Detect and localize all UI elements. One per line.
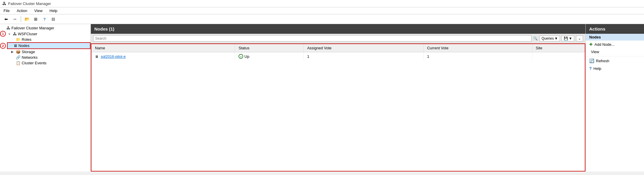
col-assigned-vote: Assigned Vote [304, 44, 423, 52]
search-icon: 🔍 [533, 36, 538, 41]
annotation-1: 1 [0, 31, 6, 37]
action-add-node[interactable]: ✚ Add Node... [586, 41, 644, 48]
open-folder-button[interactable]: 📂 [23, 16, 31, 23]
actions-section-nodes: Nodes [586, 34, 644, 41]
nodes-title: Nodes (1) [94, 26, 114, 31]
actions-section-label: Nodes [589, 35, 601, 39]
table-row[interactable]: 🖥 sql2016-pilot-e Up 1 1 [91, 52, 585, 61]
forward-button[interactable]: ➡ [11, 16, 19, 23]
tree-label-roles: Roles [22, 37, 31, 42]
table-header-row: Name Status Assigned Vote Current Vote S… [91, 44, 585, 52]
chevron-wsf: ∨ [8, 32, 12, 36]
tree-item-cluster-events[interactable]: 📋 Cluster Events [0, 60, 91, 66]
cell-assigned-vote: 1 [304, 52, 423, 61]
view-label: View [591, 50, 599, 54]
action-help[interactable]: ? Help [586, 65, 644, 72]
add-node-label: Add Node... [594, 42, 615, 47]
tree-label-storage: Storage [22, 50, 35, 54]
grid-view-button[interactable]: ⊞ [32, 16, 40, 23]
expand-icon: ⌄ [578, 36, 581, 41]
tree-label-nodes: Nodes [18, 43, 30, 48]
status-up-container: Up [238, 54, 300, 59]
cell-site [532, 52, 585, 61]
details-view-button[interactable]: ⊟ [50, 16, 57, 23]
search-input[interactable] [93, 35, 531, 42]
tree-panel: 🖧 Failover Cluster Manager 1 ∨ 🖧 WSFClus… [0, 24, 91, 171]
data-table: Name Status Assigned Vote Current Vote S… [91, 44, 585, 60]
tree-label-root: Failover Cluster Manager [11, 26, 54, 30]
node-name-link[interactable]: sql2016-pilot-e [101, 54, 126, 59]
storage-icon: 📦 [16, 50, 21, 54]
app-icon: 🖧 [2, 1, 6, 6]
col-current-vote: Current Vote [423, 44, 532, 52]
action-view[interactable]: View [586, 48, 644, 55]
grid-icon-root: 🖧 [6, 26, 10, 30]
chevron-storage: ▶ [11, 50, 15, 54]
center-panel: Nodes (1) 🔍 Queries ▼ 💾 ▼ ⌄ 3 [91, 24, 585, 171]
toolbar-separator-1 [21, 16, 21, 22]
menu-view[interactable]: View [33, 8, 44, 14]
table-wrapper: 3 Name Status Assigned Vote Current Vote… [91, 43, 585, 171]
queries-button[interactable]: Queries ▼ [539, 36, 560, 41]
save-icon: 💾 [564, 36, 568, 41]
status-icon [238, 54, 243, 59]
menu-file[interactable]: File [2, 8, 11, 14]
help-icon: ? [589, 66, 592, 71]
add-node-icon: ✚ [589, 42, 593, 47]
actions-header: Actions [586, 24, 644, 34]
menu-help[interactable]: Help [48, 8, 59, 14]
tree-item-wsf[interactable]: ∨ 🖧 WSFCluser [7, 31, 91, 37]
action-divider [586, 56, 644, 56]
col-status: Status [235, 44, 304, 52]
cell-current-vote: 1 [423, 52, 532, 61]
tree-item-networks[interactable]: 🔗 Networks [0, 55, 91, 60]
wsf-icon: 🖧 [13, 32, 17, 36]
tree-item-nodes[interactable]: 🖥 Nodes [7, 42, 91, 49]
help-label: Help [594, 66, 602, 71]
node-icon: 🖥 [95, 55, 98, 59]
back-button[interactable]: ⬅ [2, 16, 10, 23]
col-site: Site [532, 44, 585, 52]
menu-action[interactable]: Action [16, 8, 28, 14]
nodes-icon: 🖥 [13, 43, 17, 48]
main-layout: 🖧 Failover Cluster Manager 1 ∨ 🖧 WSFClus… [0, 24, 644, 171]
col-name: Name [91, 44, 235, 52]
actions-panel: Actions Nodes ✚ Add Node... View 🔄 Refre… [585, 24, 644, 171]
cell-status: Up [235, 52, 304, 61]
search-bar: 🔍 Queries ▼ 💾 ▼ ⌄ [91, 34, 585, 43]
help-button[interactable]: ? [41, 16, 48, 23]
save-button[interactable]: 💾 ▼ [562, 36, 574, 41]
tree-label-events: Cluster Events [22, 61, 47, 65]
queries-label: Queries [541, 36, 554, 41]
cell-name[interactable]: 🖥 sql2016-pilot-e [91, 52, 235, 61]
status-text: Up [244, 54, 249, 59]
nodes-header: Nodes (1) [91, 24, 585, 34]
roles-icon: 📁 [16, 37, 21, 42]
save-dropdown-icon: ▼ [569, 36, 572, 41]
menu-bar: File Action View Help [0, 7, 644, 14]
app-title: Failover Cluster Manager [8, 1, 51, 6]
action-refresh[interactable]: 🔄 Refresh [586, 57, 644, 65]
tree-label-wsf: WSFCluser [18, 32, 37, 36]
title-bar: 🖧 Failover Cluster Manager [0, 0, 644, 7]
tree-label-networks: Networks [22, 55, 38, 60]
tree-item-storage[interactable]: ▶ 📦 Storage [0, 49, 91, 55]
events-icon: 📋 [16, 61, 21, 65]
tree-item-root[interactable]: 🖧 Failover Cluster Manager [0, 25, 91, 31]
tree-row-wsf: 1 ∨ 🖧 WSFCluser [0, 31, 91, 37]
refresh-icon: 🔄 [589, 58, 594, 63]
actions-title: Actions [589, 26, 605, 31]
annotation-2: 2 [0, 43, 6, 49]
queries-dropdown-icon: ▼ [554, 36, 558, 41]
tree-row-nodes: 2 🖥 Nodes [0, 42, 91, 49]
toolbar: ⬅ ➡ 📂 ⊞ ? ⊟ [0, 14, 644, 24]
table-container: Name Status Assigned Vote Current Vote S… [91, 43, 585, 171]
expand-button[interactable]: ⌄ [576, 36, 583, 41]
networks-icon: 🔗 [16, 55, 21, 60]
refresh-label: Refresh [596, 59, 609, 63]
tree-item-roles[interactable]: 📁 Roles [0, 37, 91, 42]
